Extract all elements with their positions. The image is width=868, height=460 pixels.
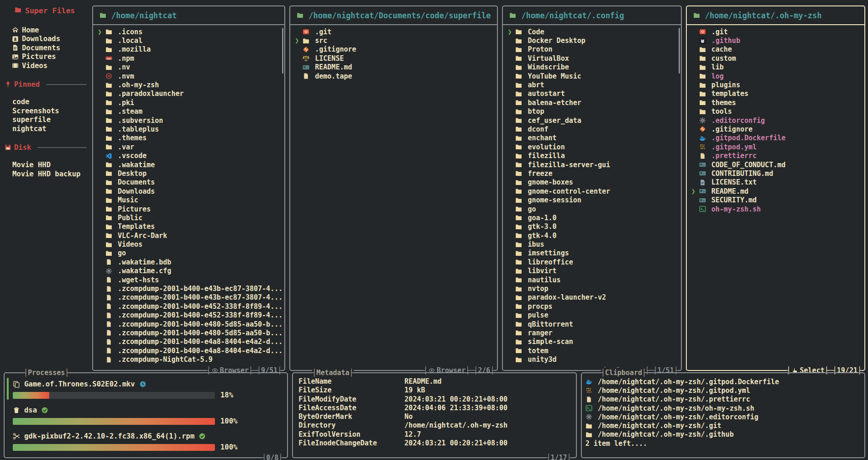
file-row[interactable]: VLC-Arc-Dark xyxy=(98,231,282,240)
clipboard-item[interactable]: /home/nightcat/.oh-my-zsh/.git xyxy=(586,421,861,430)
file-row[interactable]: .zcompdump-NightCat-5.9 xyxy=(98,355,282,364)
sidebar-item-documents[interactable]: Documents xyxy=(0,43,89,53)
file-row[interactable]: .mozilla xyxy=(98,45,282,54)
file-row[interactable]: .wakatime.cfg xyxy=(98,267,282,275)
sidebar-item-superfile[interactable]: superfile xyxy=(0,116,89,125)
file-row[interactable]: goa-1.0 xyxy=(507,213,679,222)
file-row[interactable]: .subversion xyxy=(98,116,282,125)
file-row[interactable]: plugins xyxy=(691,80,863,89)
panel-path-bar[interactable]: /home/nightcat/.config xyxy=(503,6,680,25)
clipboard-item[interactable]: /home/nightcat/.oh-my-zsh/.prettierrc xyxy=(586,395,861,404)
file-row[interactable]: M↓ CODE_OF_CONDUCT.md xyxy=(691,160,863,169)
file-row[interactable]: enchant xyxy=(507,134,679,143)
panel-path-bar[interactable]: /home/nightcat xyxy=(93,6,284,25)
file-row[interactable]: Music xyxy=(98,196,282,204)
file-row[interactable]: Downloads xyxy=(98,187,282,196)
file-row[interactable]: .local xyxy=(98,36,282,45)
file-row[interactable]: Templates xyxy=(98,222,282,231)
file-row[interactable]: .wget-hsts xyxy=(98,275,282,284)
file-row[interactable]: demo.tape xyxy=(295,72,495,80)
file-row[interactable]: ❯ src xyxy=(295,36,495,45)
file-row[interactable]: libreoffice xyxy=(507,258,679,266)
sidebar-item-code[interactable]: code xyxy=(0,98,89,107)
file-row[interactable]: abrt xyxy=(507,80,679,89)
file-row[interactable]: VirtualBox xyxy=(507,54,679,63)
panel-scrollbar[interactable] xyxy=(282,28,283,74)
file-row[interactable]: Proton xyxy=(507,45,679,54)
file-row[interactable]: dconf xyxy=(507,125,679,133)
file-row[interactable]: lib xyxy=(691,63,863,72)
file-row[interactable]: ❯ Code xyxy=(507,27,679,36)
file-row[interactable]: .gitignore xyxy=(691,125,863,133)
file-row[interactable]: ❯ .icons xyxy=(98,27,282,36)
file-row[interactable]: Windscribe xyxy=(507,63,679,72)
file-row[interactable]: filezilla xyxy=(507,151,679,160)
file-row[interactable]: libvirt xyxy=(507,267,679,275)
panel-path-bar[interactable]: /home/nightcat/Documents/code/superfile xyxy=(290,6,497,25)
file-row[interactable]: Videos xyxy=(98,240,282,249)
file-row[interactable]: pulse xyxy=(507,311,679,320)
clipboard-item[interactable]: /home/nightcat/.oh-my-zsh/oh-my-zsh.sh xyxy=(586,404,861,412)
file-row[interactable]: .vscode xyxy=(98,151,282,160)
panel-path-bar[interactable]: /home/nightcat/.oh-my-zsh xyxy=(687,6,864,25)
file-row[interactable]: .github xyxy=(691,36,863,45)
file-row[interactable]: .nv xyxy=(98,63,282,72)
file-row[interactable]: balena-etcher xyxy=(507,98,679,107)
file-row[interactable]: nvtop xyxy=(507,284,679,293)
file-row[interactable]: cef_user_data xyxy=(507,116,679,125)
file-row[interactable]: .wakatime.bdb xyxy=(98,258,282,266)
file-row[interactable]: .pki xyxy=(98,98,282,107)
file-row[interactable]: .paradoxlauncher xyxy=(98,90,282,98)
file-row[interactable]: custom xyxy=(691,54,863,63)
file-row[interactable]: .prettierrc xyxy=(691,151,863,160)
processes-scroll-indicator[interactable] xyxy=(7,378,9,400)
file-row[interactable]: .git xyxy=(691,27,863,36)
sidebar-item-nightcat[interactable]: nightcat xyxy=(0,124,89,133)
file-row[interactable]: .zcompdump-2001-b400-e43b-ec87-3807-4... xyxy=(98,293,282,302)
process-item[interactable]: Game.of.Thrones.S02E02.mkv 18% xyxy=(13,379,282,400)
file-row[interactable]: Docker Desktop xyxy=(507,36,679,45)
file-row[interactable]: LICENSE xyxy=(295,54,495,63)
file-row[interactable]: gtk-3.0 xyxy=(507,222,679,231)
process-item[interactable]: dsa 100% xyxy=(13,405,282,426)
file-row[interactable]: .steam xyxy=(98,107,282,116)
file-row[interactable]: log xyxy=(691,72,863,80)
file-row[interactable]: .zcompdump-2001-b400-e43b-ec87-3807-4... xyxy=(98,284,282,293)
file-row[interactable]: totem xyxy=(507,346,679,355)
file-row[interactable]: npm .npm xyxy=(98,54,282,63)
file-row[interactable]: gnome-boxes xyxy=(507,178,679,187)
file-row[interactable]: evolution xyxy=(507,143,679,151)
clipboard-item[interactable]: /home/nightcat/.oh-my-zsh/.github xyxy=(586,430,861,439)
file-row[interactable]: Documents xyxy=(98,178,282,187)
file-row[interactable]: .zcompdump-2001-b400-e452-338f-8f89-4... xyxy=(98,302,282,311)
sidebar-item-downloads[interactable]: Downloads xyxy=(0,35,89,44)
file-row[interactable]: filezilla-server-gui xyxy=(507,160,679,169)
file-row[interactable]: nautilus xyxy=(507,275,679,284)
file-row[interactable]: ibus xyxy=(507,240,679,249)
file-row[interactable]: .gitignore xyxy=(295,45,495,54)
file-row[interactable]: LICENSE.txt xyxy=(691,178,863,187)
file-row[interactable]: Desktop xyxy=(98,169,282,178)
file-row[interactable]: autostart xyxy=(507,90,679,98)
file-row[interactable]: .oh-my-zsh xyxy=(98,80,282,89)
file-row[interactable]: tools xyxy=(691,107,863,116)
file-row[interactable]: .gitpod.yml xyxy=(691,143,863,151)
file-row[interactable]: freeze xyxy=(507,169,679,178)
file-row[interactable]: .zcompdump-2001-b400-e480-5d85-aa50-b... xyxy=(98,320,282,328)
file-row[interactable]: go xyxy=(98,249,282,258)
file-row[interactable]: .zcompdump-2001-b400-e4a8-8404-e4a2-d... xyxy=(98,346,282,355)
panel-scrollbar[interactable] xyxy=(679,28,680,74)
file-row[interactable]: simple-scan xyxy=(507,338,679,346)
file-row[interactable]: .editorconfig xyxy=(691,116,863,125)
file-row[interactable]: .var xyxy=(98,143,282,151)
file-row[interactable]: .zcompdump-2001-b400-e480-5d85-aa50-b... xyxy=(98,328,282,337)
file-row[interactable]: .zcompdump-2001-b400-e4a8-8404-e4a2-d... xyxy=(98,338,282,346)
file-row[interactable]: qBittorrent xyxy=(507,320,679,328)
sidebar-item-videos[interactable]: Videos xyxy=(0,61,89,70)
file-row[interactable]: M↓ README.md xyxy=(295,63,495,72)
file-row[interactable]: .git xyxy=(295,27,495,36)
file-row[interactable]: .themes xyxy=(98,134,282,143)
file-row[interactable]: imsettings xyxy=(507,249,679,258)
file-row[interactable]: paradox-launcher-v2 xyxy=(507,293,679,302)
file-row[interactable]: themes xyxy=(691,98,863,107)
